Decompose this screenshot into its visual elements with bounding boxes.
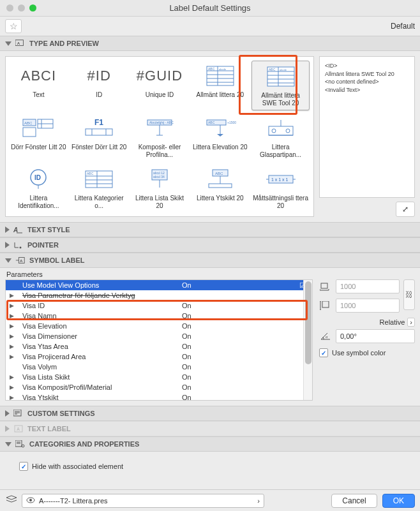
- parameter-name: Use Model View Options: [16, 281, 182, 289]
- parameter-name: Visa Namn: [16, 312, 182, 320]
- svg-text:ABC: ABC: [24, 121, 33, 125]
- gallery-thumb: F1: [71, 115, 127, 141]
- label-type-gallery: ABCIText#IDID#GUIDUnique IDABCabcdeAllmä…: [5, 56, 314, 217]
- scrollbar-vertical[interactable]: [303, 280, 312, 400]
- section-text-label[interactable]: A TEXT LABEL: [0, 421, 420, 436]
- parameter-value: On: [182, 363, 293, 371]
- angle-input[interactable]: 0,00°: [336, 329, 415, 343]
- gallery-item[interactable]: ABCabcdeAllmänt littera SWE Tool 20: [251, 61, 310, 110]
- gallery-item[interactable]: IDLittera Identifikation...: [10, 164, 68, 212]
- gallery-item[interactable]: abcd 12abcd 34Littera Lista Skikt 20: [131, 164, 189, 212]
- parameter-value: On: [182, 312, 293, 320]
- width-icon: [319, 281, 332, 292]
- gallery-item[interactable]: #IDID: [70, 61, 128, 110]
- parameter-row[interactable]: ▶Visa Projicerad AreaOn: [6, 352, 312, 362]
- parameter-row[interactable]: Use Model View OptionsOn☑: [6, 280, 312, 290]
- gallery-item-label: Littera Kategorier o...: [71, 195, 127, 210]
- svg-rect-25: [86, 129, 112, 135]
- parameter-row[interactable]: ▶Visa YtskiktOn: [6, 392, 312, 401]
- parameter-name: Visa Volym: [16, 363, 182, 371]
- gallery-item-label: Allmänt littera 20: [192, 91, 248, 99]
- gallery-thumb: ABC: [11, 115, 66, 141]
- svg-text:A: A: [17, 427, 20, 431]
- disclosure-arrow-icon: ▶: [10, 384, 16, 390]
- section-text-style[interactable]: A TEXT STYLE: [0, 222, 420, 237]
- preview-line: <no content defined>: [325, 78, 409, 86]
- eye-icon: [26, 497, 35, 505]
- parameter-row[interactable]: ▶Visa DimensionerOn: [6, 331, 312, 341]
- gallery-item-label: Littera Glaspartipan...: [253, 144, 308, 159]
- default-preset-link[interactable]: Default: [391, 22, 415, 31]
- gallery-item[interactable]: ABCIText: [10, 61, 68, 110]
- parameter-row[interactable]: ▶Visa Lista SkiktOn: [6, 372, 312, 382]
- gallery-item-label: Allmänt littera SWE Tool 20: [253, 92, 308, 107]
- preview-box: <ID> Allmänt littera SWE Tool 20 <no con…: [319, 56, 415, 198]
- section-categories-properties[interactable]: CATEGORIES AND PROPERTIES: [0, 436, 420, 452]
- parameter-row[interactable]: ▶Visa Komposit/Profil/MaterialOn: [6, 382, 312, 392]
- chevron-right-icon: [5, 410, 10, 417]
- gallery-item[interactable]: F1Fönster Dörr Litt 20: [70, 113, 128, 161]
- gallery-item[interactable]: ABCLittera Ytskikt 20: [191, 164, 249, 212]
- gallery-item[interactable]: ABCDörr Fönster Litt 20: [10, 113, 68, 161]
- parameter-name: Visa Ytskikt: [16, 394, 182, 401]
- gallery-thumb: ABC: [192, 167, 248, 192]
- symbol-label-body: Parameters Use Model View OptionsOn☑▶Vis…: [0, 268, 420, 406]
- section-pointer[interactable]: POINTER: [0, 237, 420, 253]
- pointer-icon: [13, 241, 24, 249]
- parameter-row[interactable]: ▶Visa Parametrar för följande Verktyg: [6, 290, 312, 300]
- height-input[interactable]: 1000: [336, 299, 400, 313]
- chain-icon: ⛓: [405, 290, 413, 299]
- parameter-row[interactable]: ▶Visa IDOn: [6, 300, 312, 311]
- parameter-name: Visa ID: [16, 302, 182, 309]
- cancel-button[interactable]: Cancel: [331, 494, 377, 508]
- preview-expand-button[interactable]: ⤢: [396, 202, 415, 217]
- hide-with-element-checkbox[interactable]: [19, 462, 28, 471]
- chevron-right-icon[interactable]: ›: [407, 318, 415, 327]
- width-input[interactable]: 1000: [336, 279, 400, 293]
- gallery-item[interactable]: #GUIDUnique ID: [131, 61, 189, 110]
- text-label-icon: A: [13, 424, 24, 433]
- gallery-item-label: Text: [11, 91, 66, 99]
- link-dimensions-button[interactable]: ⛓: [403, 279, 415, 310]
- section-type-and-preview[interactable]: A TYPE AND PREVIEW: [0, 36, 420, 51]
- parameter-value: On: [182, 394, 293, 401]
- favorite-button[interactable]: ☆: [5, 19, 22, 33]
- section-title: TEXT STYLE: [27, 226, 70, 233]
- gallery-item[interactable]: Littera Glaspartipan...: [251, 113, 310, 161]
- gallery-thumb: ABCabcde: [192, 63, 248, 89]
- chevron-down-icon: [5, 442, 11, 447]
- gallery-item-label: Fönster Dörr Litt 20: [71, 144, 127, 151]
- parameter-value: On: [182, 373, 293, 381]
- gallery-item[interactable]: ABCabcdeAllmänt littera 20: [191, 61, 249, 110]
- parameter-row[interactable]: ▶Visa ElevationOn: [6, 321, 312, 331]
- layer-icon: [5, 495, 18, 506]
- svg-text:ABC: ABC: [87, 172, 94, 175]
- relative-label: Relative: [380, 318, 405, 326]
- section-symbol-label[interactable]: A SYMBOL LABEL: [0, 253, 420, 268]
- parameter-row[interactable]: ▶Visa NamnOn: [6, 311, 312, 321]
- section-title: TYPE AND PREVIEW: [29, 40, 99, 47]
- gallery-item[interactable]: Abcdefghij - ABCKomposit- eller Profilna…: [131, 113, 189, 161]
- layer-combo[interactable]: A-------T2- Littera.pres ›: [22, 494, 264, 508]
- section-custom-settings[interactable]: CUSTOM SETTINGS: [0, 406, 420, 421]
- disclosure-arrow-icon: ▶: [10, 374, 16, 380]
- svg-text:α: α: [326, 335, 328, 339]
- parameters-list[interactable]: Use Model View OptionsOn☑▶Visa Parametra…: [5, 279, 313, 401]
- gallery-item[interactable]: 1 x 1 x 1Måttsättningsli ttera 20: [251, 164, 310, 212]
- gallery-thumb: 1 x 1 x 1: [253, 167, 308, 192]
- categories-icon: [15, 440, 26, 448]
- gallery-item-label: Littera Identifikation...: [11, 195, 66, 210]
- svg-rect-23: [23, 128, 36, 137]
- use-symbol-color-checkbox[interactable]: [319, 348, 328, 357]
- parameter-row[interactable]: Visa VolymOn: [6, 362, 312, 372]
- gallery-item[interactable]: ABCLittera Kategorier o...: [70, 164, 128, 212]
- scroll-thumb[interactable]: [305, 281, 311, 364]
- gallery-item-label: Komposit- eller Profilna...: [132, 144, 188, 159]
- chevron-right-icon: [5, 426, 10, 432]
- gallery-item[interactable]: ABC+1500Littera Elevation 20: [191, 113, 249, 161]
- svg-text:ABC: ABC: [208, 121, 215, 124]
- expand-icon: ⤢: [402, 205, 409, 214]
- parameter-name: Visa Parametrar för följande Verktyg: [16, 292, 182, 299]
- parameter-row[interactable]: ▶Visa Ytas AreaOn: [6, 341, 312, 352]
- ok-button[interactable]: OK: [382, 494, 415, 508]
